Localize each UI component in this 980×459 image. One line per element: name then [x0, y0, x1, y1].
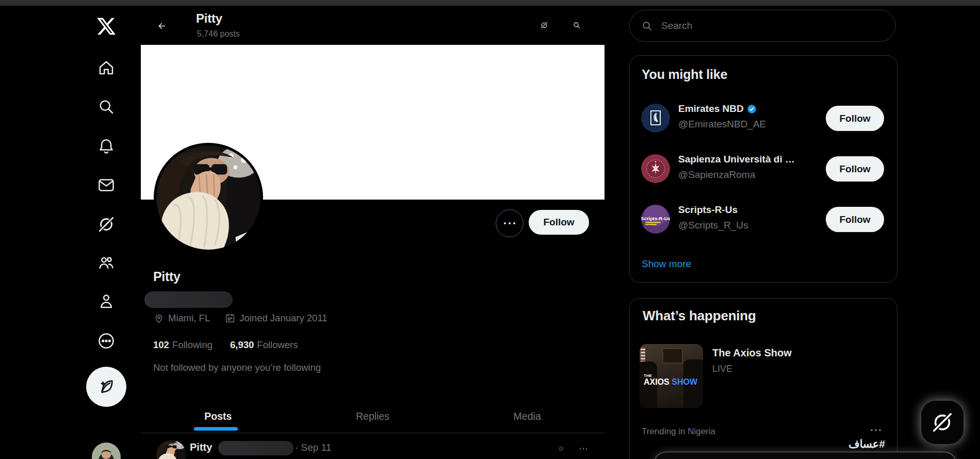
dot: [509, 222, 511, 224]
header-grok-button[interactable]: [537, 18, 551, 32]
svg-text:Scripts-R-Us: Scripts-R-Us: [641, 216, 670, 221]
follow-button-scripts-r-us[interactable]: Follow: [826, 207, 884, 232]
follow-button-emirates-nbd[interactable]: Follow: [826, 106, 884, 131]
search-icon: [573, 19, 581, 32]
suggestion-name[interactable]: Emirates NBD: [678, 103, 757, 114]
post-more-button[interactable]: [577, 446, 590, 452]
post-author-name[interactable]: Pitty: [190, 441, 212, 453]
follow-button-sapienza[interactable]: Follow: [826, 156, 884, 182]
post-grok-button[interactable]: [555, 442, 567, 455]
grok-icon: [540, 19, 548, 32]
sidebar-item-messages[interactable]: [93, 172, 120, 199]
profile-avatar-photo: [156, 145, 260, 250]
profile-handle-redaction: [144, 291, 233, 308]
tab-media[interactable]: Media: [450, 400, 605, 433]
profile-location: Miami, FL: [168, 313, 210, 324]
post-separator: ·: [295, 442, 298, 453]
x-logo[interactable]: [93, 13, 120, 40]
header-search-button[interactable]: [569, 18, 584, 32]
dot: [583, 448, 584, 450]
compose-button[interactable]: [86, 367, 126, 407]
suggestion-name[interactable]: Sapienza Università di …: [678, 154, 795, 165]
search-input[interactable]: [660, 20, 890, 32]
search-icon: [641, 20, 653, 32]
compose-feather-icon: [97, 378, 115, 396]
spacer: [216, 339, 227, 351]
suggestion-row-scripts-r-us[interactable]: Scripts-R-Us Scripts-R-Us @Scripts_R_Us …: [641, 194, 887, 244]
flag-decor: [641, 347, 645, 363]
suggestion-row-emirates-nbd[interactable]: Emirates NBD @EmiratesNBD_AE Follow: [641, 93, 887, 143]
account-avatar-photo: [92, 442, 121, 459]
show-more-link[interactable]: Show more: [642, 258, 691, 270]
sidebar-item-communities[interactable]: [93, 250, 120, 276]
sidebar-item-home[interactable]: [93, 54, 120, 81]
post-date: Sep 11: [301, 442, 332, 453]
following-label[interactable]: Following: [172, 339, 213, 351]
dot: [504, 222, 506, 224]
profile-more-button[interactable]: [496, 209, 524, 237]
x-logo-icon: [96, 16, 117, 37]
post-author-avatar[interactable]: [156, 440, 186, 459]
following-count[interactable]: 102: [153, 339, 169, 351]
axios-show-thumbnail[interactable]: THEAXIOS SHOW: [640, 344, 703, 408]
grok-input-bar[interactable]: [654, 452, 956, 459]
followers-label[interactable]: Followers: [257, 339, 298, 351]
home-icon: [97, 58, 116, 77]
dot: [513, 222, 515, 224]
dot: [871, 429, 873, 431]
sidebar-item-profile[interactable]: [93, 288, 120, 315]
profile-stats: 102 Following 6,930 Followers: [153, 339, 298, 351]
post-author-photo: [156, 440, 186, 459]
window-top-strip: [0, 0, 980, 6]
suggestion-row-sapienza[interactable]: Sapienza Università di … @SapienzaRoma F…: [641, 143, 887, 194]
axios-thumb-text: THEAXIOS SHOW: [644, 374, 697, 386]
you-might-like-card: You might like Emirates NBD @EmiratesNBD…: [629, 55, 897, 283]
axios-show-title[interactable]: The Axios Show: [712, 347, 792, 359]
dot: [586, 448, 587, 450]
trend-more-button[interactable]: [868, 429, 884, 432]
back-button[interactable]: [154, 18, 170, 34]
notifications-bell-icon: [97, 137, 116, 156]
sidebar-item-grok[interactable]: [93, 211, 120, 238]
more-circle-icon: [97, 332, 116, 350]
suggestion-handle: @SapienzaRoma: [678, 169, 755, 181]
suggestion-name-text: Scripts-R-Us: [678, 204, 738, 216]
trend-context: Trending in Nigeria: [642, 427, 715, 437]
thumb-word-show: SHOW: [672, 378, 697, 386]
followers-count[interactable]: 6,930: [230, 339, 254, 351]
x-profile-page: Pitty 5,746 posts Follow Pitty Miami, FL…: [0, 0, 980, 459]
axios-show-status: LIVE: [712, 364, 732, 374]
search-box: [629, 10, 896, 42]
grok-icon: [558, 443, 564, 454]
post-handle-redaction: [218, 441, 293, 455]
account-avatar[interactable]: [92, 442, 121, 459]
dot: [875, 429, 877, 431]
emirates-nbd-avatar: [641, 104, 670, 133]
you-might-like-title: You might like: [642, 67, 727, 82]
grok-floating-button[interactable]: [921, 401, 963, 444]
sidebar-item-explore[interactable]: [93, 93, 120, 120]
grok-icon: [930, 411, 954, 434]
profile-joined: Joined January 2011: [239, 313, 327, 324]
page-subtitle: 5,746 posts: [197, 29, 240, 39]
sidebar-item-notifications[interactable]: [93, 133, 120, 160]
post-timestamp[interactable]: · Sep 11: [295, 442, 331, 453]
profile-follow-button[interactable]: Follow: [529, 210, 589, 235]
verified-badge-icon: [746, 104, 757, 114]
location-pin-icon: [153, 313, 165, 324]
suggestion-name[interactable]: Scripts-R-Us: [678, 204, 738, 216]
suggestion-handle: @Scripts_R_Us: [678, 220, 748, 231]
painting-decor: [662, 348, 683, 364]
page-title: Pitty: [196, 11, 222, 26]
search-icon: [97, 97, 116, 116]
whats-happening-card: What’s happening THEAXIOS SHOW The Axios…: [629, 298, 897, 459]
sidebar-item-more[interactable]: [93, 327, 120, 354]
tab-replies[interactable]: Replies: [296, 400, 450, 433]
trend-name[interactable]: #عساف: [848, 438, 885, 450]
suggestion-name-text: Emirates NBD: [678, 103, 744, 114]
whats-happening-title: What’s happening: [643, 308, 756, 324]
suggestion-handle: @EmiratesNBD_AE: [678, 119, 766, 130]
profile-avatar[interactable]: [154, 143, 263, 252]
social-context: Not followed by anyone you’re following: [153, 362, 321, 373]
active-tab-underline: [194, 427, 238, 431]
